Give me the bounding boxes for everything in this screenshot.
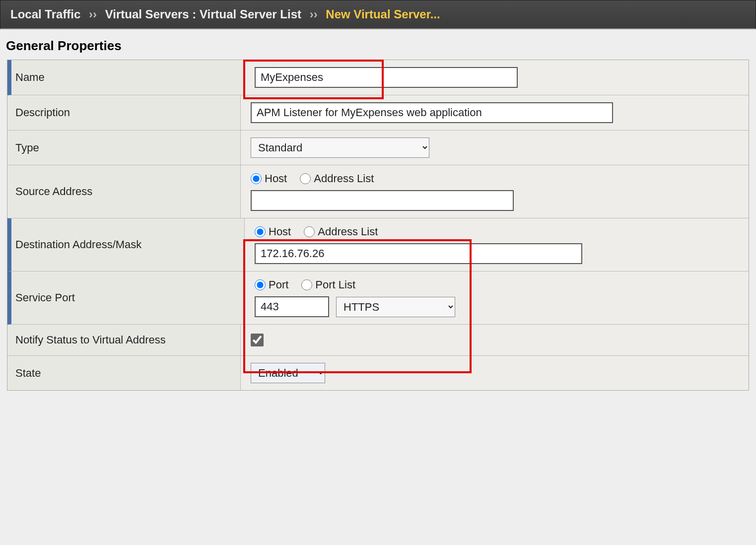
label-service-port: Service Port <box>11 272 245 324</box>
breadcrumb-seg-1[interactable]: Local Traffic <box>10 7 80 21</box>
breadcrumb: Local Traffic ›› Virtual Servers : Virtu… <box>0 0 756 29</box>
row-source-address: Source Address Host Address List <box>7 165 749 218</box>
source-address-list-radio[interactable] <box>300 173 311 184</box>
breadcrumb-current: New Virtual Server... <box>326 7 440 21</box>
type-select[interactable]: Standard <box>251 137 429 158</box>
row-name: Name <box>7 60 749 95</box>
row-state: State Enabled <box>7 356 749 390</box>
row-destination-address: Destination Address/Mask Host Address Li… <box>7 218 749 272</box>
label-type: Type <box>7 131 241 165</box>
port-radio-label[interactable]: Port <box>255 278 288 291</box>
dest-address-list-radio[interactable] <box>304 226 315 237</box>
state-select[interactable]: Enabled <box>251 363 325 383</box>
label-state: State <box>7 356 241 390</box>
source-host-radio[interactable] <box>251 173 262 184</box>
destination-address-input[interactable] <box>255 243 582 264</box>
section-title: General Properties <box>0 29 756 60</box>
label-name: Name <box>11 60 245 95</box>
port-list-radio[interactable] <box>301 279 312 290</box>
breadcrumb-sep-1: ›› <box>89 7 97 21</box>
source-address-list-radio-label[interactable]: Address List <box>300 172 374 185</box>
port-service-select[interactable]: HTTPS <box>336 297 455 317</box>
dest-host-text: Host <box>269 225 291 238</box>
source-address-input[interactable] <box>251 190 514 211</box>
label-notify-status: Notify Status to Virtual Address <box>7 325 241 355</box>
port-input[interactable] <box>255 296 329 317</box>
row-type: Type Standard <box>7 131 749 165</box>
row-description: Description <box>7 95 749 131</box>
dest-host-radio-label[interactable]: Host <box>255 225 291 238</box>
port-list-radio-label[interactable]: Port List <box>301 278 355 291</box>
notify-status-checkbox[interactable] <box>251 334 264 346</box>
row-notify-status: Notify Status to Virtual Address <box>7 325 749 356</box>
port-list-radio-text: Port List <box>315 278 355 291</box>
general-properties-form: Name Description Type Standard Source Ad… <box>7 60 749 391</box>
name-input[interactable] <box>255 67 518 88</box>
breadcrumb-seg-2[interactable]: Virtual Servers : Virtual Server List <box>105 7 301 21</box>
label-destination-address: Destination Address/Mask <box>11 218 245 271</box>
source-address-list-text: Address List <box>314 172 374 185</box>
row-service-port: Service Port Port Port List HTTPS <box>7 272 749 325</box>
source-host-radio-label[interactable]: Host <box>251 172 287 185</box>
label-source-address: Source Address <box>7 165 241 218</box>
description-input[interactable] <box>251 102 613 123</box>
dest-host-radio[interactable] <box>255 226 266 237</box>
dest-address-list-text: Address List <box>318 225 378 238</box>
dest-address-list-radio-label[interactable]: Address List <box>304 225 378 238</box>
label-description: Description <box>7 95 241 130</box>
source-host-text: Host <box>265 172 287 185</box>
port-radio[interactable] <box>255 279 266 290</box>
port-radio-text: Port <box>269 278 288 291</box>
breadcrumb-sep-2: ›› <box>310 7 318 21</box>
